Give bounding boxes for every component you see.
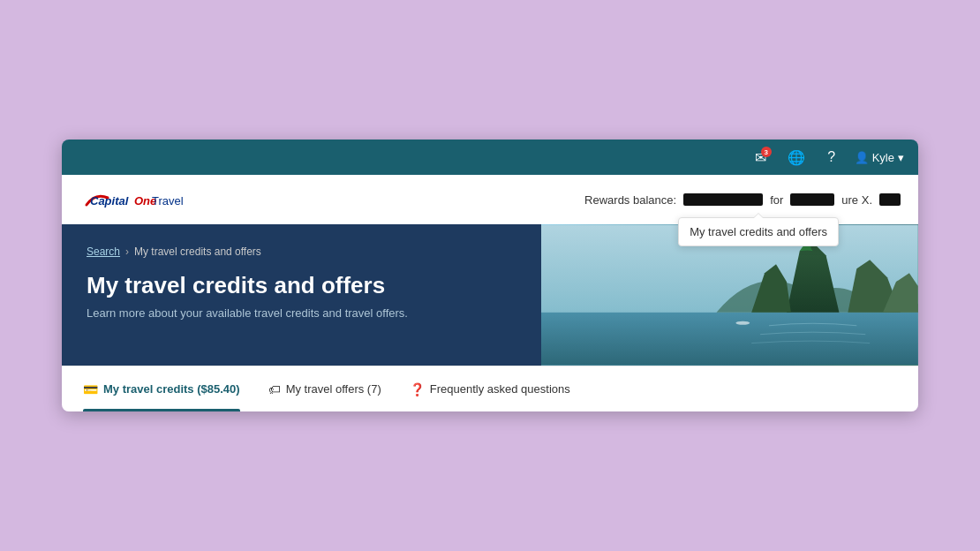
hero-content-panel: Search › My travel credits and offers My…	[62, 224, 541, 366]
breadcrumb: Search › My travel credits and offers	[87, 245, 516, 258]
chevron-down-icon: ▾	[898, 151, 904, 164]
logo[interactable]: Capital One Travel	[79, 185, 194, 214]
tooltip-text: My travel credits and offers	[690, 225, 827, 238]
page-subtitle: Learn more about your available travel c…	[87, 306, 516, 320]
page-title: My travel credits and offers	[87, 272, 516, 299]
rewards-amount-redacted	[683, 193, 763, 206]
tab-offers-label: My travel offers (7)	[286, 382, 381, 396]
top-nav-bar: ✉ 3 🌐 ? 👤 Kyle ▾	[62, 140, 918, 175]
svg-text:Capital: Capital	[90, 194, 129, 208]
tab-travel-credits[interactable]: 💳 My travel credits ($85.40)	[79, 366, 254, 411]
header-right: Rewards balance: for ure X.	[584, 193, 901, 207]
breadcrumb-search-link[interactable]: Search	[87, 245, 120, 258]
help-icon[interactable]: ?	[819, 145, 844, 170]
rewards-balance-label: Rewards balance:	[584, 193, 676, 207]
notification-badge: 3	[761, 147, 772, 157]
user-menu[interactable]: 👤 Kyle ▾	[855, 151, 904, 164]
tabs-section: 💳 My travel credits ($85.40) 🏷 My travel…	[62, 366, 918, 411]
svg-point-5	[736, 321, 750, 325]
faq-icon: ❓	[410, 382, 425, 396]
tooltip-my-travel-credits: My travel credits and offers	[678, 217, 839, 246]
header-bar: Capital One Travel Rewards balance: for …	[62, 175, 918, 224]
notifications-icon[interactable]: ✉ 3	[749, 145, 773, 170]
secure-label: ure X.	[841, 193, 872, 207]
rewards-account-redacted	[790, 193, 834, 206]
tab-credits-label: My travel credits ($85.40)	[103, 382, 240, 396]
tab-faq[interactable]: ❓ Frequently asked questions	[396, 366, 584, 411]
card-number-redacted	[879, 193, 901, 206]
breadcrumb-current-page: My travel credits and offers	[134, 245, 261, 258]
globe-icon[interactable]: 🌐	[784, 145, 809, 170]
tab-travel-offers[interactable]: 🏷 My travel offers (7)	[254, 366, 396, 411]
user-name-label: Kyle	[872, 151, 894, 164]
capital-one-travel-logo: Capital One Travel	[79, 185, 194, 214]
svg-text:Travel: Travel	[152, 194, 184, 208]
browser-window: ✉ 3 🌐 ? 👤 Kyle ▾ Capital One Travel	[62, 140, 918, 411]
rewards-for-text: for	[770, 193, 783, 207]
offers-icon: 🏷	[268, 382, 281, 396]
credits-icon: 💳	[83, 382, 98, 396]
breadcrumb-separator: ›	[125, 245, 129, 258]
svg-rect-4	[541, 313, 918, 366]
tab-faq-label: Frequently asked questions	[430, 382, 570, 396]
user-icon: 👤	[855, 151, 869, 164]
